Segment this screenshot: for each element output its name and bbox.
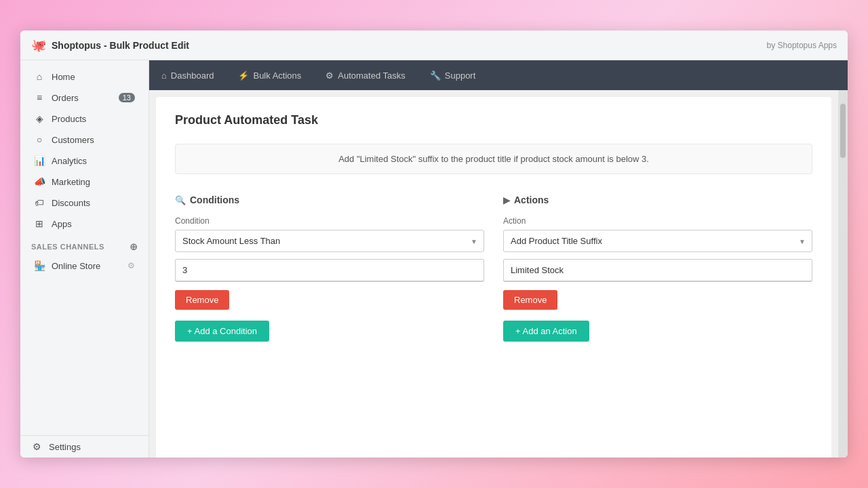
conditions-icon: 🔍 — [175, 195, 186, 205]
actions-section: ▶ Actions Action Add Product Title Suffi… — [503, 195, 812, 342]
condition-label: Condition — [175, 216, 484, 226]
automated-tasks-nav-icon: ⚙ — [326, 70, 334, 81]
conditions-title-label: Conditions — [190, 195, 239, 205]
sidebar: ⌂ Home ≡ Orders 13 ◈ Products ○ Customer… — [20, 60, 149, 458]
scrollbar[interactable] — [838, 90, 848, 458]
action-value-input[interactable] — [503, 259, 812, 282]
sidebar-item-apps[interactable]: ⊞ Apps — [23, 214, 146, 234]
nav-support-label: Support — [445, 70, 476, 81]
app-title: Shoptopus - Bulk Product Edit — [52, 40, 189, 51]
actions-icon: ▶ — [503, 195, 510, 205]
sidebar-item-settings[interactable]: ⚙ Settings — [20, 435, 149, 458]
action-select-wrapper: Add Product Title Suffix Add Product Tit… — [503, 230, 812, 252]
action-remove-button[interactable]: Remove — [503, 290, 557, 310]
page-content: Product Automated Task Add "Limited Stoc… — [149, 90, 838, 458]
conditions-section: 🔍 Conditions Condition Stock Amount Less… — [175, 195, 484, 342]
apps-icon: ⊞ — [34, 218, 45, 229]
nav-support[interactable]: 🔧 Support — [418, 60, 488, 90]
scrollbar-thumb — [840, 104, 846, 158]
sidebar-nav: ⌂ Home ≡ Orders 13 ◈ Products ○ Customer… — [20, 66, 149, 435]
products-icon: ◈ — [34, 113, 45, 124]
home-icon: ⌂ — [34, 71, 45, 82]
sidebar-item-online-store[interactable]: 🏪 Online Store ⚙ — [23, 256, 146, 276]
sidebar-item-discounts-label: Discounts — [52, 198, 90, 208]
actions-title-label: Actions — [514, 195, 549, 205]
analytics-icon: 📊 — [34, 155, 45, 166]
sidebar-item-customers-label: Customers — [52, 135, 94, 145]
dashboard-nav-icon: ⌂ — [161, 70, 167, 81]
condition-select-wrapper: Stock Amount Less Than Stock Amount Grea… — [175, 230, 484, 252]
online-store-settings-icon[interactable]: ⚙ — [127, 261, 135, 270]
nav-bulk-actions[interactable]: ⚡ Bulk Actions — [226, 60, 313, 90]
orders-icon: ≡ — [34, 92, 45, 103]
sidebar-item-online-store-label: Online Store — [52, 261, 100, 271]
online-store-icon: 🏪 — [34, 260, 45, 271]
sidebar-item-analytics[interactable]: 📊 Analytics — [23, 150, 146, 171]
sales-channels-actions: ⊕ — [130, 241, 138, 252]
add-action-button[interactable]: + Add an Action — [503, 321, 589, 342]
app-header: 🐙 Shoptopus - Bulk Product Edit — [31, 38, 189, 53]
sidebar-item-analytics-label: Analytics — [52, 156, 87, 166]
orders-badge: 13 — [119, 93, 135, 102]
page-title: Product Automated Task — [175, 113, 812, 127]
app-icon: 🐙 — [31, 38, 46, 53]
nav-dashboard-label: Dashboard — [171, 70, 214, 81]
conditions-actions-row: 🔍 Conditions Condition Stock Amount Less… — [175, 195, 812, 342]
task-description: Add "Limited Stock" suffix to the produc… — [175, 144, 812, 174]
support-nav-icon: 🔧 — [430, 70, 441, 81]
nav-automated-tasks[interactable]: ⚙ Automated Tasks — [313, 60, 417, 90]
settings-icon: ⚙ — [31, 441, 42, 452]
sidebar-item-orders-label: Orders — [52, 93, 79, 103]
sales-channels-header: SALES CHANNELS ⊕ — [20, 235, 149, 255]
page-inner: Product Automated Task Add "Limited Stoc… — [156, 97, 831, 458]
sidebar-item-home[interactable]: ⌂ Home — [23, 66, 146, 87]
nav-automated-tasks-label: Automated Tasks — [338, 70, 405, 81]
sidebar-item-customers[interactable]: ○ Customers — [23, 129, 146, 150]
sidebar-item-apps-label: Apps — [52, 219, 72, 229]
content-with-scroll: Product Automated Task Add "Limited Stoc… — [149, 90, 848, 458]
add-condition-button[interactable]: + Add a Condition — [175, 321, 269, 342]
action-label: Action — [503, 216, 812, 226]
sidebar-item-marketing[interactable]: 📣 Marketing — [23, 171, 146, 192]
sidebar-item-marketing-label: Marketing — [52, 177, 90, 187]
sidebar-item-products[interactable]: ◈ Products — [23, 108, 146, 129]
add-channel-icon[interactable]: ⊕ — [130, 241, 138, 252]
bulk-actions-nav-icon: ⚡ — [238, 70, 249, 81]
sidebar-settings-label: Settings — [49, 442, 81, 452]
marketing-icon: 📣 — [34, 176, 45, 187]
sidebar-item-home-label: Home — [52, 72, 75, 82]
sidebar-item-discounts[interactable]: 🏷 Discounts — [23, 192, 146, 213]
customers-icon: ○ — [34, 134, 45, 145]
nav-dashboard[interactable]: ⌂ Dashboard — [149, 60, 226, 90]
sales-channels-label: SALES CHANNELS — [31, 243, 104, 251]
condition-select[interactable]: Stock Amount Less Than Stock Amount Grea… — [175, 230, 484, 252]
conditions-title: 🔍 Conditions — [175, 195, 484, 205]
app-by-label: by Shoptopus Apps — [767, 41, 837, 50]
content-area: ⌂ Dashboard ⚡ Bulk Actions ⚙ Automated T… — [149, 60, 848, 458]
condition-remove-button[interactable]: Remove — [175, 290, 229, 310]
nav-bar: ⌂ Dashboard ⚡ Bulk Actions ⚙ Automated T… — [149, 60, 848, 90]
actions-title: ▶ Actions — [503, 195, 812, 205]
discounts-icon: 🏷 — [34, 197, 45, 208]
sidebar-item-products-label: Products — [52, 114, 86, 124]
condition-value-input[interactable] — [175, 259, 484, 282]
nav-bulk-actions-label: Bulk Actions — [253, 70, 301, 81]
sidebar-item-orders[interactable]: ≡ Orders 13 — [23, 87, 146, 108]
top-bar: 🐙 Shoptopus - Bulk Product Edit by Shopt… — [20, 30, 848, 60]
action-select[interactable]: Add Product Title Suffix Add Product Tit… — [503, 230, 812, 252]
